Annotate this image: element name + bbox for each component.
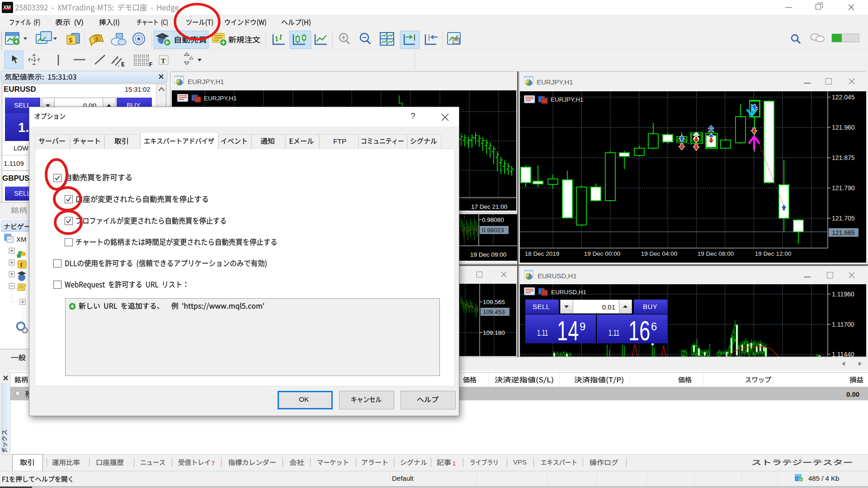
svg-text:109.453: 109.453 <box>483 309 505 315</box>
svg-text:109.180: 109.180 <box>483 329 505 336</box>
svg-text:19 Dec 09:00: 19 Dec 09:00 <box>470 251 506 258</box>
svg-text:f: f <box>20 262 23 268</box>
svg-text:121.705: 121.705 <box>832 215 855 222</box>
svg-text:5: 5 <box>96 36 99 42</box>
svg-text:121.960: 121.960 <box>832 124 855 131</box>
svg-text:1.11960: 1.11960 <box>832 291 854 298</box>
svg-text:121.790: 121.790 <box>832 184 855 192</box>
svg-text:18 Dec 2019: 18 Dec 2019 <box>525 250 560 257</box>
svg-text:1.11700: 1.11700 <box>832 321 854 328</box>
svg-text:19 Dec 00:00: 19 Dec 00:00 <box>584 250 620 257</box>
svg-text:19 Dec 04:00: 19 Dec 04:00 <box>641 250 677 257</box>
svg-text:T: T <box>161 57 165 65</box>
svg-text:17 Dec 21:00: 17 Dec 21:00 <box>471 203 507 210</box>
svg-text:121.665: 121.665 <box>832 229 855 236</box>
svg-text:0.98023: 0.98023 <box>482 227 504 234</box>
svg-text:109.565: 109.565 <box>483 299 505 305</box>
svg-text:121.875: 121.875 <box>832 154 855 161</box>
svg-text:19 Dec 12:00: 19 Dec 12:00 <box>755 250 791 257</box>
svg-text:122.045: 122.045 <box>832 94 855 101</box>
svg-text:1.11440: 1.11440 <box>832 351 854 357</box>
svg-text:0.98080: 0.98080 <box>482 216 504 223</box>
svg-text:19 Dec 08:00: 19 Dec 08:00 <box>698 250 734 257</box>
svg-text:F: F <box>149 61 152 68</box>
svg-text:E: E <box>121 61 125 68</box>
svg-text:$: $ <box>69 36 73 44</box>
